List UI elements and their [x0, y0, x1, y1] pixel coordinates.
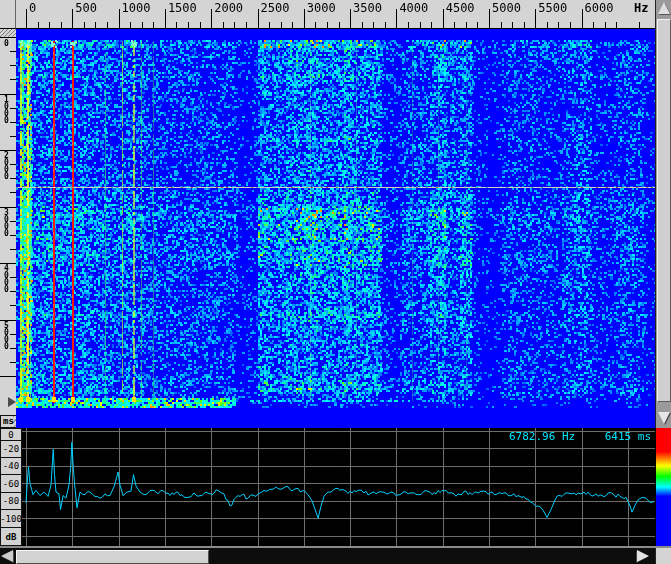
scroll-down-arrow-icon[interactable]: [658, 412, 670, 424]
db-tick-label: -80: [0, 493, 22, 510]
horizontal-scrollbar-thumb[interactable]: [16, 550, 209, 564]
frequency-ruler: Hz 0500100015002000250030003500400045005…: [16, 0, 655, 29]
scroll-right-arrow-icon[interactable]: [637, 550, 649, 562]
db-unit-label: dB: [0, 528, 22, 546]
freq-tick-label: 5500: [538, 1, 567, 15]
db-tick-label: -40: [0, 458, 22, 475]
time-ruler: [0, 29, 16, 415]
scroll-left-arrow-icon[interactable]: [1, 550, 13, 562]
db-tick-label: -20: [0, 441, 22, 458]
vertical-scrollbar-thumb[interactable]: [657, 19, 671, 402]
db-tick-label: -100: [0, 510, 22, 528]
freq-tick-label: 500: [75, 1, 97, 15]
vertical-scrollbar[interactable]: [655, 0, 671, 430]
freq-tick-label: 1000: [122, 1, 151, 15]
top-left-corner-box: [0, 0, 16, 29]
freq-tick-label: 2500: [261, 1, 290, 15]
db-tick-label: -60: [0, 475, 22, 493]
freq-tick-label: 4000: [399, 1, 428, 15]
freq-tick-label: 3000: [307, 1, 336, 15]
frequency-unit-label: Hz: [634, 1, 648, 15]
spectrogram-viewer-window: Hz 0500100015002000250030003500400045005…: [0, 0, 671, 564]
freq-tick-label: 5000: [492, 1, 521, 15]
horizontal-scrollbar[interactable]: [0, 546, 671, 564]
time-position-marker-icon: [8, 397, 16, 407]
spectrum-plot[interactable]: [22, 428, 655, 546]
time-readout: 6415 ms: [605, 430, 651, 443]
freq-tick-label: 2000: [214, 1, 243, 15]
freq-tick-label: 0: [29, 1, 36, 15]
bottom-right-corner-box: [655, 548, 671, 564]
time-ruler-ticks: [0, 29, 16, 415]
freq-tick-label: 1500: [168, 1, 197, 15]
frequency-readout: 6782.96 Hz: [509, 430, 575, 443]
freq-tick-label: 4500: [446, 1, 475, 15]
colormap-scale: [655, 428, 671, 546]
freq-tick-label: 6000: [585, 1, 614, 15]
freq-tick-label: 3500: [353, 1, 382, 15]
db-tick-label: 0: [0, 428, 22, 441]
scroll-up-arrow-icon[interactable]: [658, 2, 670, 14]
spectrogram-display[interactable]: [16, 29, 655, 428]
spectrum-panel[interactable]: 6782.96 Hz 6415 ms: [22, 428, 655, 546]
db-axis-labels: 0-20-40-60-80-100dB: [0, 428, 22, 546]
